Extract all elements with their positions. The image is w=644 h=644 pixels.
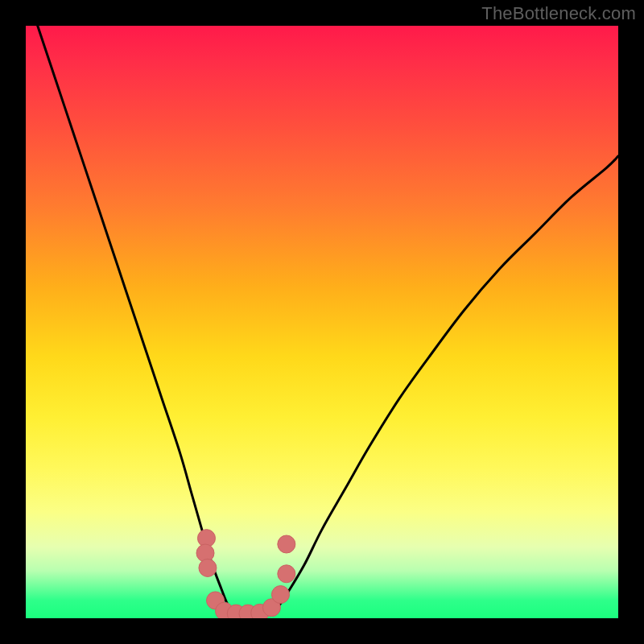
valley-dots — [196, 530, 295, 618]
curve-layer — [26, 26, 618, 618]
valley-marker — [199, 559, 217, 576]
valley-marker — [278, 535, 295, 553]
right-curve — [275, 156, 618, 613]
valley-marker — [271, 586, 289, 604]
chart-frame: TheBottleneck.com — [0, 0, 644, 644]
watermark-text: TheBottleneck.com — [481, 3, 636, 24]
plot-area — [26, 26, 618, 618]
left-curve — [38, 26, 233, 613]
valley-marker — [278, 565, 295, 583]
